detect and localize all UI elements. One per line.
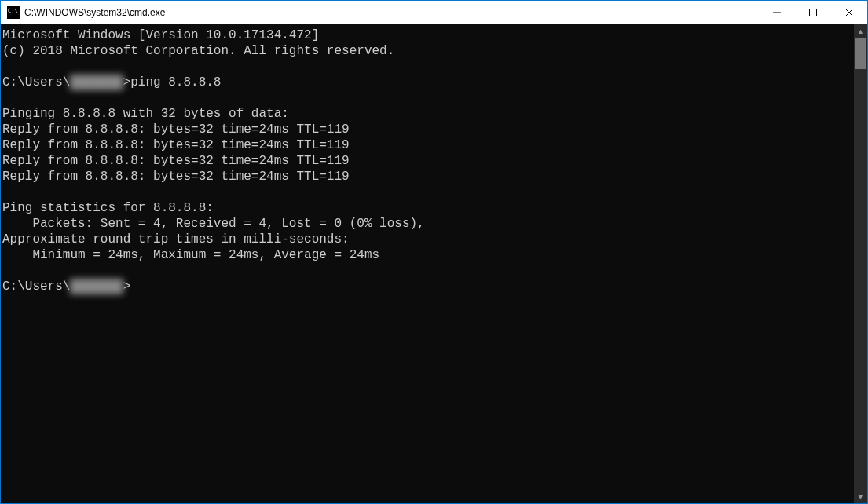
stats-header: Ping statistics for 8.8.8.8: (2, 201, 214, 215)
maximize-button[interactable] (795, 1, 831, 24)
prompt-2-prefix: C:\Users\ (2, 279, 70, 294)
close-icon (845, 9, 853, 16)
banner-line-2: (c) 2018 Microsoft Corporation. All righ… (2, 44, 394, 58)
command-1: ping 8.8.8.8 (130, 75, 221, 89)
ping-reply-4: Reply from 8.8.8.8: bytes=32 time=24ms T… (2, 170, 350, 184)
cmd-icon (7, 6, 20, 19)
stats-rtt: Minimum = 24ms, Maximum = 24ms, Average … (2, 248, 379, 262)
minimize-button[interactable] (759, 1, 795, 24)
ping-reply-1: Reply from 8.8.8.8: bytes=32 time=24ms T… (2, 122, 350, 137)
window-title: C:\WINDOWS\system32\cmd.exe (24, 7, 165, 18)
prompt-2-suffix: > (123, 279, 131, 294)
svg-rect-1 (810, 9, 817, 16)
console-output[interactable]: Microsoft Windows [Version 10.0.17134.47… (1, 24, 854, 503)
prompt-1-prefix: C:\Users\ (2, 75, 70, 89)
ping-header: Pinging 8.8.8.8 with 32 bytes of data: (2, 107, 289, 121)
maximize-icon (809, 9, 817, 16)
prompt-1-suffix: > (123, 75, 131, 89)
minimize-icon (773, 9, 781, 16)
vertical-scrollbar[interactable]: ▲ ▼ (854, 24, 867, 503)
scroll-down-arrow-icon[interactable]: ▼ (854, 490, 867, 503)
console-area: Microsoft Windows [Version 10.0.17134.47… (1, 24, 867, 503)
cmd-window: C:\WINDOWS\system32\cmd.exe Microsoft Wi… (0, 0, 868, 504)
stats-rtt-header: Approximate round trip times in milli-se… (2, 232, 350, 247)
banner-line-1: Microsoft Windows [Version 10.0.17134.47… (2, 28, 319, 42)
stats-packets: Packets: Sent = 4, Received = 4, Lost = … (2, 217, 425, 231)
scroll-up-arrow-icon[interactable]: ▲ (854, 24, 867, 38)
window-controls (759, 1, 867, 24)
close-button[interactable] (831, 1, 867, 24)
ping-reply-2: Reply from 8.8.8.8: bytes=32 time=24ms T… (2, 138, 350, 152)
ping-reply-3: Reply from 8.8.8.8: bytes=32 time=24ms T… (2, 154, 350, 168)
scroll-thumb[interactable] (855, 38, 866, 69)
username-redacted-1: XXXXXXX (70, 75, 123, 90)
titlebar[interactable]: C:\WINDOWS\system32\cmd.exe (1, 1, 867, 24)
username-redacted-2: XXXXXXX (70, 279, 123, 294)
